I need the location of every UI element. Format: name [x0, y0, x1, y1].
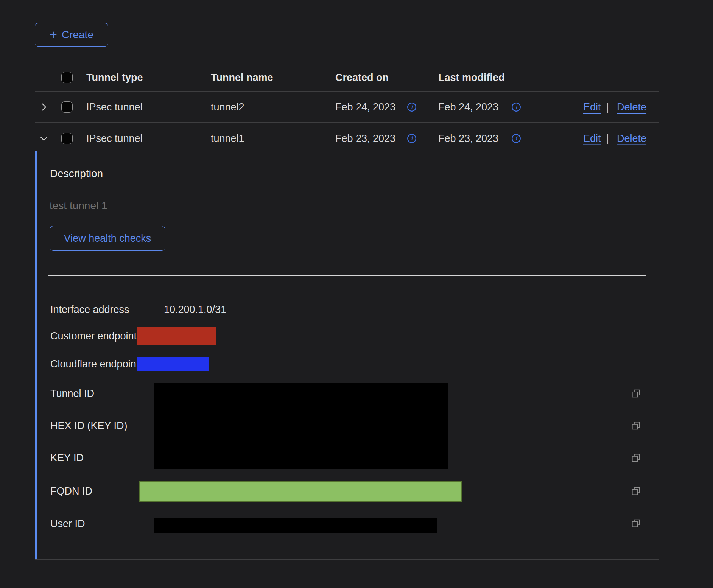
copy-icon[interactable] — [630, 420, 641, 431]
select-all-checkbox[interactable] — [61, 72, 73, 83]
create-button[interactable]: + Create — [35, 23, 108, 47]
header-created-on: Created on — [335, 72, 389, 84]
description-label: Description — [50, 168, 103, 180]
header-tunnel-name: Tunnel name — [211, 72, 273, 84]
row-checkbox[interactable] — [61, 101, 73, 113]
interface-address-value: 10.200.1.0/31 — [164, 303, 226, 316]
expanded-row-bottom-divider — [35, 559, 659, 560]
copy-icon[interactable] — [630, 518, 641, 529]
tunnel-type-value: IPsec tunnel — [86, 133, 143, 145]
last-modified-value: Feb 24, 2023 — [438, 101, 498, 113]
table-row: IPsec tunnel tunnel2 Feb 24, 2023 i Feb … — [35, 92, 659, 123]
edit-link[interactable]: Edit — [583, 101, 601, 113]
cloudflare-endpoint-label: Cloudflare endpoint — [50, 358, 139, 370]
section-divider — [48, 275, 646, 276]
key-id-label: KEY ID — [50, 451, 84, 464]
user-id-redacted-value — [154, 518, 437, 533]
last-modified-value: Feb 23, 2023 — [438, 133, 498, 145]
view-health-checks-label: View health checks — [64, 233, 151, 244]
tunnel-type-value: IPsec tunnel — [86, 101, 143, 113]
info-icon[interactable]: i — [407, 102, 417, 112]
chevron-down-icon[interactable] — [39, 133, 49, 144]
header-last-modified: Last modified — [438, 72, 505, 84]
interface-address-label: Interface address — [50, 303, 129, 316]
fqdn-id-label: FQDN ID — [50, 485, 92, 498]
view-health-checks-button[interactable]: View health checks — [50, 226, 165, 251]
customer-endpoint-label: Customer endpoint — [50, 330, 137, 342]
info-icon[interactable]: i — [511, 102, 521, 112]
hex-id-label: HEX ID (KEY ID) — [50, 419, 128, 432]
copy-icon[interactable] — [630, 486, 641, 496]
link-separator: | — [606, 133, 609, 145]
chevron-right-icon[interactable] — [39, 102, 49, 112]
tunnel-name-value: tunnel1 — [211, 133, 244, 145]
svg-text:i: i — [515, 135, 518, 142]
info-icon[interactable]: i — [407, 134, 417, 143]
expanded-row-accent-bar — [35, 151, 37, 559]
tunnels-page: + Create Tunnel type Tunnel name Created… — [0, 0, 713, 588]
created-on-value: Feb 23, 2023 — [335, 133, 395, 145]
cloudflare-endpoint-redacted-value — [137, 357, 209, 371]
plus-icon: + — [50, 28, 57, 41]
row-checkbox[interactable] — [61, 133, 73, 144]
svg-text:i: i — [411, 104, 413, 110]
info-icon[interactable]: i — [511, 134, 521, 143]
fqdn-id-redacted-value — [139, 481, 462, 502]
svg-text:i: i — [515, 104, 518, 110]
table-header-row: Tunnel type Tunnel name Created on Last … — [35, 64, 659, 92]
customer-endpoint-redacted-value — [137, 327, 216, 345]
description-text: test tunnel 1 — [50, 200, 107, 212]
copy-icon[interactable] — [630, 388, 641, 399]
create-button-label: Create — [62, 29, 93, 41]
delete-link[interactable]: Delete — [617, 101, 646, 113]
tunnel-id-label: Tunnel ID — [50, 387, 94, 400]
copy-icon[interactable] — [630, 453, 641, 463]
ids-redacted-value — [154, 383, 448, 469]
created-on-value: Feb 24, 2023 — [335, 101, 395, 113]
table-row: IPsec tunnel tunnel1 Feb 23, 2023 i Feb … — [35, 123, 659, 154]
header-tunnel-type: Tunnel type — [86, 72, 143, 84]
svg-text:i: i — [411, 135, 413, 142]
user-id-label: User ID — [50, 517, 85, 530]
delete-link[interactable]: Delete — [617, 133, 646, 145]
tunnel-name-value: tunnel2 — [211, 101, 244, 113]
edit-link[interactable]: Edit — [583, 133, 601, 145]
link-separator: | — [606, 101, 609, 113]
